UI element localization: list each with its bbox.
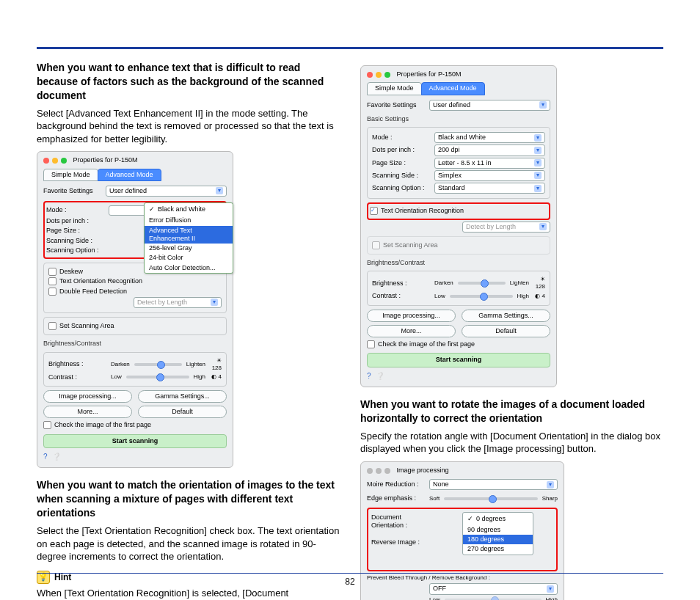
contrast-label: Contrast : — [48, 373, 111, 381]
menu-item[interactable]: 90 degrees — [463, 525, 533, 535]
start-scanning-button[interactable]: Start scanning — [367, 353, 550, 367]
help-icon[interactable]: ? — [43, 453, 48, 462]
menu-item[interactable]: Black and White — [145, 205, 233, 214]
favorite-dropdown[interactable]: User defined▾ — [429, 100, 550, 111]
mode-label: Mode : — [372, 133, 434, 142]
page-size-label: Page Size : — [46, 227, 109, 235]
section-body: Specify the rotation angle with [Documen… — [360, 430, 663, 456]
tab-simple-mode[interactable]: Simple Mode — [43, 169, 98, 181]
moire-dropdown[interactable]: None▾ — [429, 479, 558, 490]
window-title: Properties for P-150M — [73, 156, 138, 164]
brightness-value: ☀ 128 — [529, 276, 545, 290]
menu-item[interactable]: 270 degrees — [463, 544, 533, 554]
brightness-label: Brightness : — [48, 360, 111, 368]
help-icon[interactable]: ? — [367, 372, 371, 381]
gamma-button[interactable]: Gamma Settings... — [138, 390, 227, 403]
page-size-dropdown[interactable]: Letter - 8.5 x 11 in▾ — [434, 158, 545, 169]
edge-label: Edge emphasis : — [367, 494, 429, 502]
scan-area-checkbox: Set Scanning Area — [372, 241, 545, 249]
image-processing-button[interactable]: Image processing... — [367, 310, 456, 322]
info-icon[interactable]: ❔ — [376, 372, 384, 381]
brightness-slider[interactable] — [458, 282, 506, 285]
lighten-label: Lighten — [510, 279, 529, 287]
doc-orientation-label: Document Orientation : — [371, 513, 434, 530]
menu-item-selected[interactable]: Advanced Text Enhancement II — [145, 226, 233, 244]
text-orientation-checkbox[interactable]: Text Orientation Recognition — [370, 207, 547, 215]
brightness-label: Brightness : — [372, 279, 434, 288]
contrast-value: ◐ 4 — [205, 373, 222, 381]
high-label: High — [546, 596, 558, 600]
brightness-contrast-label: Brightness/Contrast — [43, 340, 227, 348]
section-body: Select [Advanced Text Enhancement II] in… — [37, 107, 340, 146]
darken-label: Darken — [111, 361, 130, 368]
brightness-slider[interactable] — [134, 363, 182, 366]
high-label: High — [517, 293, 529, 300]
scanning-option-label: Scanning Option : — [372, 184, 434, 192]
menu-item[interactable]: Error Diffusion — [145, 216, 233, 225]
check-first-page-checkbox[interactable]: Check the image of the first page — [43, 421, 227, 429]
double-feed-checkbox[interactable]: Double Feed Detection — [48, 288, 222, 296]
tab-simple-mode[interactable]: Simple Mode — [367, 82, 422, 95]
contrast-slider[interactable] — [126, 376, 189, 378]
section-heading: When you want to rotate the images of a … — [360, 398, 663, 425]
window-title: Image processing — [397, 467, 449, 475]
contrast-slider[interactable] — [450, 295, 513, 298]
check-first-page-checkbox[interactable]: Check the image of the first page — [367, 340, 550, 348]
scanning-side-label: Scanning Side : — [372, 172, 434, 180]
favorite-label: Favorite Settings — [367, 101, 429, 109]
default-button[interactable]: Default — [462, 325, 550, 337]
favorite-dropdown[interactable]: User defined▾ — [106, 186, 227, 197]
more-button[interactable]: More... — [43, 406, 132, 418]
more-button[interactable]: More... — [367, 325, 456, 337]
properties-dialog: Properties for P-150M Simple Mode Advanc… — [37, 151, 233, 468]
window-controls[interactable] — [43, 158, 67, 164]
contrast-label: Contrast : — [372, 292, 434, 300]
menu-item[interactable]: 0 degrees — [463, 514, 533, 524]
basic-settings-label: Basic Settings — [367, 115, 550, 123]
scanning-side-dropdown[interactable]: Simplex▾ — [434, 170, 545, 181]
menu-item[interactable]: 256-level Gray — [145, 244, 233, 253]
dpi-label: Dots per inch : — [372, 146, 434, 154]
tab-advanced-mode[interactable]: Advanced Mode — [421, 82, 485, 95]
tab-advanced-mode[interactable]: Advanced Mode — [98, 169, 161, 181]
section-body: Select the [Text Orientation Recognition… — [37, 524, 340, 563]
high-label: High — [194, 373, 205, 381]
darken-label: Darken — [434, 279, 453, 287]
orientation-menu[interactable]: 0 degrees 90 degrees 180 degrees 270 deg… — [462, 512, 533, 555]
detect-length-dropdown: Detect by Length▾ — [462, 222, 550, 233]
menu-item[interactable]: Auto Color Detection... — [145, 263, 233, 273]
moire-label: Moire Reduction : — [367, 480, 429, 489]
page-size-label: Page Size : — [372, 159, 434, 167]
contrast-value: ◐ 4 — [529, 293, 545, 300]
hint-text: When [Text Orientation Recognition] is s… — [37, 587, 340, 600]
page-number: 82 — [37, 577, 663, 587]
dpi-label: Dots per inch : — [46, 217, 109, 225]
menu-item-selected[interactable]: 180 degrees — [463, 535, 533, 544]
info-icon[interactable]: ❔ — [52, 453, 61, 462]
properties-dialog-2: Properties for P-150M Simple Mode Advanc… — [360, 65, 557, 387]
dpi-dropdown[interactable]: 200 dpi▾ — [434, 144, 545, 156]
default-button[interactable]: Default — [138, 406, 227, 418]
section-heading: When you want to match the orientation o… — [37, 478, 340, 520]
mode-menu[interactable]: Black and White Error Diffusion Advanced… — [144, 202, 233, 274]
scanning-option-label: Scanning Option : — [46, 246, 109, 255]
detect-length-dropdown: Detect by Length▾ — [134, 297, 222, 308]
low-label: Low — [111, 373, 122, 381]
mode-dropdown[interactable]: Black and White▾ — [434, 132, 545, 143]
edge-slider[interactable] — [444, 497, 537, 500]
gamma-button[interactable]: Gamma Settings... — [462, 310, 550, 322]
brightness-value: ☀ 128 — [205, 357, 222, 372]
low-label: Low — [434, 293, 445, 300]
scan-area-checkbox[interactable]: Set Scanning Area — [48, 322, 222, 330]
scanning-side-label: Scanning Side : — [46, 237, 109, 245]
lighten-label: Lighten — [186, 361, 205, 368]
text-orientation-checkbox[interactable]: Text Orientation Recognition — [48, 277, 222, 285]
start-scanning-button[interactable]: Start scanning — [43, 434, 227, 448]
scanning-option-dropdown[interactable]: Standard▾ — [434, 183, 545, 194]
window-controls[interactable] — [367, 72, 390, 78]
window-title: Properties for P-150M — [397, 70, 462, 78]
image-processing-button[interactable]: Image processing... — [43, 390, 132, 403]
mode-label: Mode : — [46, 206, 109, 214]
menu-item[interactable]: 24-bit Color — [145, 253, 233, 263]
window-controls[interactable] — [367, 468, 390, 474]
